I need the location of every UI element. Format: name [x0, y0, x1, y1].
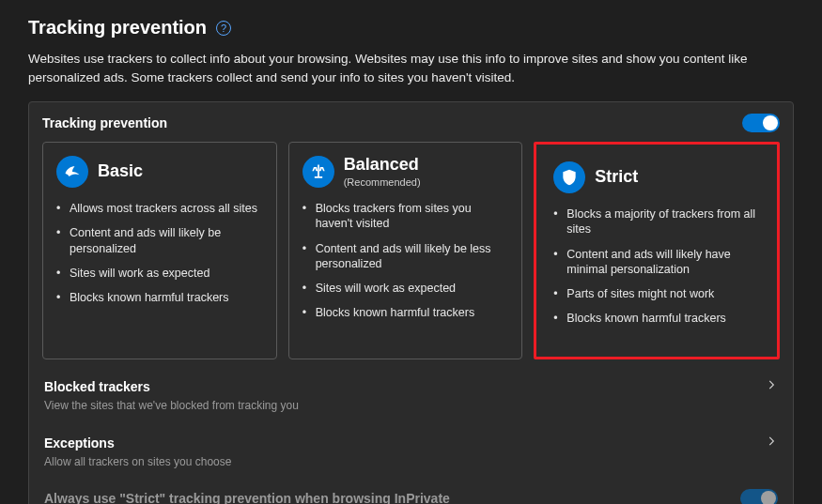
help-icon[interactable]: ?	[216, 21, 231, 36]
level-cards: Basic Allows most trackers across all si…	[42, 142, 780, 359]
tracking-prevention-toggle[interactable]	[742, 114, 780, 132]
level-card-basic[interactable]: Basic Allows most trackers across all si…	[42, 142, 277, 359]
card-head-strict: Strict	[553, 161, 760, 193]
basic-icon	[56, 156, 88, 188]
balanced-title: Balanced	[344, 156, 421, 175]
bullet: Blocks known harmful trackers	[553, 311, 760, 326]
blocked-trackers-title: Blocked trackers	[44, 379, 150, 394]
blocked-trackers-link[interactable]: Blocked trackers	[42, 369, 780, 397]
inprivate-strict-row: Always use "Strict" tracking prevention …	[42, 478, 780, 504]
chevron-right-icon	[765, 378, 778, 395]
basic-title: Basic	[98, 162, 143, 181]
bullet: Content and ads will likely be less pers…	[302, 241, 509, 272]
exceptions-link[interactable]: Exceptions	[42, 425, 780, 453]
blocked-trackers-sub: View the sites that we've blocked from t…	[42, 397, 780, 421]
page-title: Tracking prevention	[28, 17, 207, 38]
level-card-balanced[interactable]: Balanced (Recommended) Blocks trackers f…	[288, 142, 523, 359]
card-head-balanced: Balanced (Recommended)	[302, 156, 509, 188]
strict-bullets: Blocks a majority of trackers from all s…	[553, 206, 760, 327]
balanced-bullets: Blocks trackers from sites you haven't v…	[302, 201, 509, 321]
panel-heading: Tracking prevention	[42, 115, 167, 130]
card-head-basic: Basic	[56, 156, 263, 188]
bullet: Sites will work as expected	[56, 266, 263, 281]
bullet: Content and ads will likely be personali…	[56, 225, 263, 256]
exceptions-sub: Allow all trackers on sites you choose	[42, 453, 780, 478]
bullet: Blocks known harmful trackers	[302, 305, 509, 320]
bullet: Blocks trackers from sites you haven't v…	[302, 201, 509, 232]
tracking-prevention-panel: Tracking prevention Basic Allows	[28, 101, 794, 504]
balanced-subtitle: (Recommended)	[344, 176, 421, 188]
strict-icon	[553, 161, 585, 193]
bullet: Parts of sites might not work	[553, 286, 760, 301]
inprivate-strict-toggle[interactable]	[740, 489, 778, 504]
level-card-strict[interactable]: Strict Blocks a majority of trackers fro…	[534, 142, 780, 359]
bullet: Content and ads will likely have minimal…	[553, 247, 760, 278]
bullet: Allows most trackers across all sites	[56, 201, 263, 216]
bullet: Blocks a majority of trackers from all s…	[553, 206, 760, 237]
exceptions-title: Exceptions	[44, 435, 115, 451]
chevron-right-icon	[765, 435, 778, 451]
inprivate-strict-label: Always use "Strict" tracking prevention …	[44, 491, 450, 504]
page-header: Tracking prevention ?	[28, 17, 794, 38]
bullet: Sites will work as expected	[302, 281, 509, 296]
basic-bullets: Allows most trackers across all sites Co…	[56, 201, 263, 305]
intro-text: Websites use trackers to collect info ab…	[28, 50, 794, 86]
panel-header: Tracking prevention	[42, 114, 780, 142]
strict-title: Strict	[595, 168, 638, 187]
tracking-prevention-page: Tracking prevention ? Websites use track…	[0, 0, 822, 504]
bullet: Blocks known harmful trackers	[56, 290, 263, 305]
balanced-icon	[302, 156, 334, 188]
